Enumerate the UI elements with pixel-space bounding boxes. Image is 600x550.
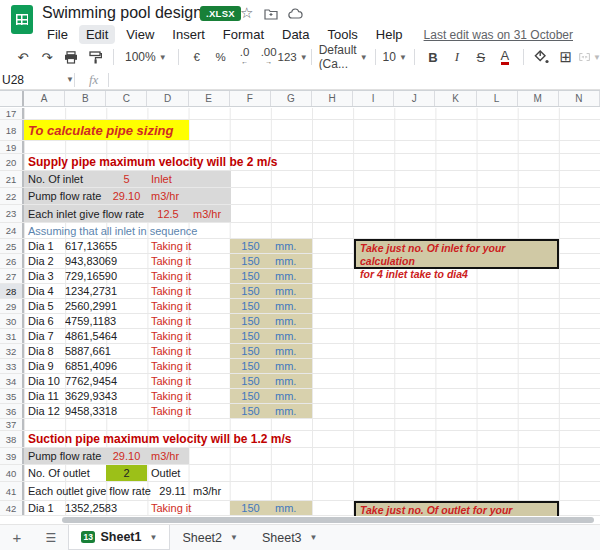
cell-dia-size[interactable]: 150	[230, 299, 271, 313]
fill-color-icon[interactable]	[531, 46, 553, 68]
print-icon[interactable]	[60, 46, 82, 68]
row-header-28-selected[interactable]: 28	[0, 284, 24, 298]
cell-dia-unit[interactable]: mm.	[271, 254, 312, 268]
cell-dia-size[interactable]: 150	[230, 389, 271, 403]
cell-dia-value[interactable]: 6851,4096	[65, 359, 147, 373]
cell-dia-note[interactable]: Taking it	[147, 314, 193, 328]
cell-dia-note[interactable]: Taking it	[147, 299, 193, 313]
decrease-decimal-icon[interactable]: .0←	[234, 46, 256, 68]
menu-edit[interactable]: Edit	[79, 25, 115, 44]
cell-dia-unit[interactable]: mm.	[271, 314, 312, 328]
row-header-24[interactable]: 24	[0, 223, 24, 238]
cell-dia-size-range[interactable]: 150 mm.	[230, 269, 312, 283]
redo-icon[interactable]: ↷	[36, 46, 58, 68]
cell-dia-size[interactable]: 150	[230, 404, 271, 418]
horizontal-scrollbar[interactable]	[0, 516, 600, 524]
cell-dia-size-range[interactable]: 150 mm.	[230, 404, 312, 418]
cell-dia-value[interactable]: 9458,3318	[65, 404, 147, 418]
add-sheet-button[interactable]: +	[0, 525, 34, 550]
cell-dia-size-range[interactable]: 150 mm.	[230, 389, 312, 403]
currency-format-icon[interactable]: €	[186, 46, 208, 68]
col-header-e[interactable]: E	[189, 91, 230, 106]
cell-pump2-value[interactable]: 29.10	[106, 448, 147, 464]
cell-dia-size[interactable]: 150	[230, 359, 271, 373]
paint-format-icon[interactable]	[84, 46, 106, 68]
font-size-select[interactable]: 10▼	[383, 50, 407, 64]
note-box-inlet[interactable]: Take just no. Of inlet for your calculat…	[354, 239, 559, 269]
cell-dia-value[interactable]: 5887,661	[65, 344, 147, 358]
col-header-l[interactable]: L	[477, 91, 518, 106]
cell-dia-size[interactable]: 150	[230, 239, 271, 253]
cell-dia-value[interactable]: 1352,2583	[65, 501, 147, 515]
cell-dia-unit[interactable]: mm.	[271, 299, 312, 313]
row-header-42[interactable]: 42	[0, 501, 24, 515]
cell-dia-note[interactable]: Taking it	[147, 344, 193, 358]
cell-dia-label[interactable]: Dia 4	[24, 284, 65, 298]
cell-dia-value[interactable]: 943,83069	[65, 254, 147, 268]
cell-dia-size-range[interactable]: 150 mm.	[230, 299, 312, 313]
row-header-33[interactable]: 33	[0, 359, 24, 373]
row-header-21[interactable]: 21	[0, 171, 24, 187]
cell-dia-unit[interactable]: mm.	[271, 329, 312, 343]
cell-dia-unit[interactable]: mm.	[271, 374, 312, 388]
cell-inlet-value[interactable]: 5	[106, 171, 147, 187]
cell-dia-value[interactable]: 7762,9454	[65, 374, 147, 388]
cell-each-outlet-unit[interactable]: m3/hr	[189, 482, 231, 500]
cell-dia-note[interactable]: Taking it	[147, 404, 193, 418]
col-header-n[interactable]: N	[559, 91, 600, 106]
cell-dia-note[interactable]: Taking it	[147, 269, 193, 283]
star-icon[interactable]: ☆	[240, 4, 253, 22]
row-header-35[interactable]: 35	[0, 389, 24, 403]
cell-dia-size-range[interactable]: 150 mm.	[230, 501, 312, 515]
row-header-19[interactable]: 19	[0, 141, 24, 153]
cell-dia-value[interactable]: 4759,1183	[65, 314, 147, 328]
cell-dia-size-range[interactable]: 150 mm.	[230, 344, 312, 358]
cell-title-pipe-sizing[interactable]: To calculate pipe sizing	[24, 120, 189, 140]
cell-dia-label[interactable]: Dia 8	[24, 344, 65, 358]
cell-dia-label[interactable]: Dia 7	[24, 329, 65, 343]
cell-dia-unit[interactable]: mm.	[271, 239, 312, 253]
row-header-22[interactable]: 22	[0, 188, 24, 204]
move-folder-icon[interactable]	[264, 6, 278, 24]
cell-pump-unit[interactable]: m3/hr	[147, 188, 189, 204]
cell-dia-value[interactable]: 617,13655	[65, 239, 147, 253]
cell-dia-unit[interactable]: mm.	[271, 404, 312, 418]
cell-dia-size-range[interactable]: 150 mm.	[230, 284, 312, 298]
cell-each-outlet-label[interactable]: Each outlet give flow rate	[24, 482, 147, 500]
text-color-button[interactable]: A	[501, 49, 510, 65]
cell-dia-unit[interactable]: mm.	[271, 344, 312, 358]
cell-dia-size[interactable]: 150	[230, 254, 271, 268]
col-header-h[interactable]: H	[312, 91, 353, 106]
merge-cells-icon[interactable]: ▼	[579, 46, 600, 68]
cell-dia-value[interactable]: 3629,9343	[65, 389, 147, 403]
last-edit-link[interactable]: Last edit was on 31 October	[424, 28, 573, 42]
italic-button[interactable]: I	[446, 46, 468, 68]
cell-dia-label[interactable]: Dia 3	[24, 269, 65, 283]
col-header-b[interactable]: B	[65, 91, 106, 106]
strikethrough-button[interactable]: S	[470, 46, 492, 68]
cell-dia-value[interactable]: 729,16590	[65, 269, 147, 283]
font-select[interactable]: Default (Ca...▼	[319, 43, 368, 71]
borders-icon[interactable]: ⊞	[555, 46, 577, 68]
cell-each-inlet-label[interactable]: Each inlet give flow rate	[24, 205, 147, 222]
more-formats-button[interactable]: 123▼	[282, 46, 304, 68]
document-title[interactable]: Swimming pool design 2	[42, 4, 215, 22]
cell-supply-header[interactable]: Supply pipe maximum velocity will be 2 m…	[24, 154, 277, 170]
cell-dia-size-range[interactable]: 150 mm.	[230, 239, 312, 253]
row-header-37[interactable]: 37	[0, 419, 24, 430]
col-header-m[interactable]: M	[518, 91, 559, 106]
sheets-logo-icon[interactable]	[11, 5, 33, 34]
percent-format-icon[interactable]: %	[210, 46, 232, 68]
row-header-18[interactable]: 18	[0, 120, 24, 140]
cell-dia-note[interactable]: Taking it	[147, 239, 193, 253]
row-header-38[interactable]: 38	[0, 431, 24, 447]
cell-outlet-value[interactable]: 2	[106, 465, 147, 481]
cell-dia-note[interactable]: Taking it	[147, 359, 193, 373]
cell-dia-size-range[interactable]: 150 mm.	[230, 254, 312, 268]
cell-dia-unit[interactable]: mm.	[271, 269, 312, 283]
cell-dia-note[interactable]: Taking it	[147, 284, 193, 298]
cell-dia-label[interactable]: Dia 5	[24, 299, 65, 313]
cell-dia-size[interactable]: 150	[230, 314, 271, 328]
cell-dia-label[interactable]: Dia 2	[24, 254, 65, 268]
cell-inlet-label[interactable]: No. Of inlet	[24, 171, 106, 187]
